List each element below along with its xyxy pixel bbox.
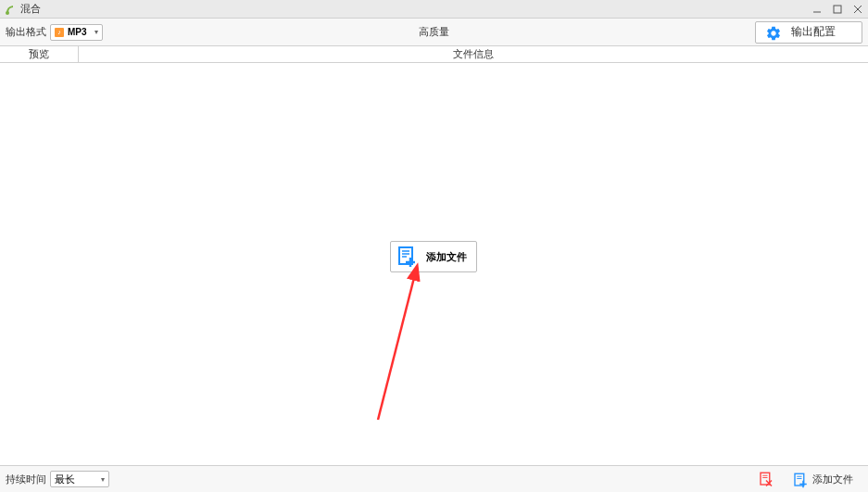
window-title: 混合 (20, 2, 41, 16)
annotation-arrow (369, 258, 434, 424)
output-format-select[interactable]: ♪ MP3 ▾ (50, 24, 103, 41)
quality-label[interactable]: 高质量 (419, 25, 449, 39)
close-button[interactable] (851, 3, 864, 16)
toolbar-right: 输出配置 (755, 21, 862, 44)
svg-line-12 (378, 267, 417, 420)
gear-icon (765, 25, 780, 40)
duration-value: 最长 (55, 473, 75, 486)
remove-file-button[interactable] (757, 470, 775, 488)
maximize-button[interactable] (831, 3, 844, 16)
chevron-down-icon: ▾ (94, 28, 98, 36)
add-file-icon (396, 246, 419, 268)
bottom-bar: 持续时间 最长 ▾ (0, 466, 868, 492)
duration-select[interactable]: 最长 ▾ (50, 471, 109, 487)
column-preview[interactable]: 预览 (0, 46, 79, 62)
svg-point-0 (6, 11, 9, 15)
add-file-label: 添加文件 (426, 250, 467, 264)
window-controls (811, 3, 864, 16)
add-file-bottom-label: 添加文件 (812, 473, 853, 486)
add-file-center-button[interactable]: 添加文件 (390, 241, 477, 272)
bottom-right: 添加文件 (757, 470, 862, 488)
add-file-bottom-button[interactable]: 添加文件 (783, 470, 862, 488)
toolbar-left: 输出格式 ♪ MP3 ▾ (6, 24, 103, 41)
duration-label: 持续时间 (6, 473, 46, 486)
bottom-left: 持续时间 最长 ▾ (6, 471, 109, 487)
app-icon (4, 3, 17, 16)
svg-rect-2 (834, 6, 841, 13)
chevron-down-icon: ▾ (101, 475, 105, 484)
add-file-icon (792, 472, 807, 486)
column-fileinfo[interactable]: 文件信息 (79, 46, 868, 62)
main-content: 添加文件 (0, 63, 868, 466)
column-headers: 预览 文件信息 (0, 46, 868, 63)
toolbar: 输出格式 ♪ MP3 ▾ 高质量 输出配置 (0, 19, 868, 46)
title-bar: 混合 (0, 0, 868, 19)
output-format-label: 输出格式 (6, 25, 46, 39)
format-type-icon: ♪ (55, 28, 64, 37)
title-left: 混合 (4, 2, 41, 16)
output-config-label: 输出配置 (791, 24, 836, 40)
output-config-button[interactable]: 输出配置 (755, 21, 862, 44)
minimize-button[interactable] (811, 3, 824, 16)
format-value: MP3 (68, 27, 87, 37)
